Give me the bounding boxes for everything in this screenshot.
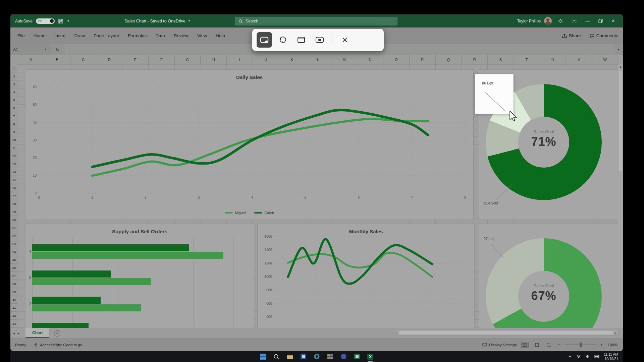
- row-header-28[interactable]: 28: [10, 280, 18, 288]
- ribbon-tab-data[interactable]: Data: [151, 27, 169, 44]
- ribbon-tab-draw[interactable]: Draw: [70, 27, 90, 44]
- column-header-G[interactable]: G: [175, 55, 201, 64]
- row-header-4[interactable]: 4: [10, 88, 18, 96]
- row-header-16[interactable]: 16: [10, 184, 18, 192]
- column-header-W[interactable]: W: [592, 55, 618, 64]
- ribbon-tab-home[interactable]: Home: [29, 27, 50, 44]
- tray-chevron-icon[interactable]: [568, 355, 572, 358]
- taskbar-icon-edge[interactable]: [312, 352, 321, 361]
- battery-icon[interactable]: [594, 355, 599, 358]
- column-header-I[interactable]: I: [227, 55, 253, 64]
- row-header-6[interactable]: 6: [10, 104, 18, 112]
- chart-donut-sales-goal-bottom[interactable]: Sales Goal 67% 97 Left: [479, 224, 621, 328]
- ribbon-tab-review[interactable]: Review: [169, 27, 193, 44]
- row-header-19[interactable]: 19: [10, 208, 18, 216]
- column-header-F[interactable]: F: [149, 55, 175, 64]
- column-header-S[interactable]: S: [488, 55, 514, 64]
- column-header-O[interactable]: O: [383, 55, 410, 64]
- autosave-toggle[interactable]: On: [36, 18, 55, 24]
- ribbon-tab-insert[interactable]: Insert: [50, 27, 70, 44]
- row-header-23[interactable]: 23: [10, 240, 18, 248]
- column-header-P[interactable]: P: [410, 55, 436, 64]
- zoom-slider[interactable]: [565, 345, 596, 345]
- fullscreen-snip-button[interactable]: [312, 32, 327, 48]
- column-header-C[interactable]: C: [70, 55, 97, 64]
- row-header-33[interactable]: 33: [10, 320, 18, 328]
- row-header-31[interactable]: 31: [10, 304, 18, 312]
- row-header-1[interactable]: 1: [10, 64, 18, 72]
- close-button[interactable]: ✕: [607, 14, 620, 27]
- formula-bar-collapse-icon[interactable]: ▼: [614, 48, 623, 51]
- row-header-29[interactable]: 29: [10, 288, 18, 296]
- column-header-J[interactable]: J: [253, 55, 279, 64]
- document-title[interactable]: Sales Chart - Saved to OneDrive ▼: [124, 14, 191, 27]
- gem-icon[interactable]: [554, 14, 567, 27]
- row-header-32[interactable]: 32: [10, 312, 18, 320]
- row-header-7[interactable]: 7: [10, 112, 18, 120]
- row-header-18[interactable]: 18: [10, 200, 18, 208]
- bar-supply-cat2[interactable]: [32, 297, 101, 304]
- column-header-V[interactable]: V: [566, 55, 592, 64]
- row-header-5[interactable]: 5: [10, 96, 18, 104]
- scroll-right-icon[interactable]: ▸: [614, 331, 618, 335]
- taskbar-icon-search[interactable]: [272, 352, 281, 361]
- column-header-R[interactable]: R: [462, 55, 488, 64]
- wifi-icon[interactable]: [576, 355, 581, 358]
- column-header-E[interactable]: E: [122, 55, 149, 64]
- taskbar-icon-photos[interactable]: [326, 352, 334, 361]
- select-all-corner[interactable]: [10, 55, 18, 64]
- scroll-up-icon[interactable]: ▲: [618, 65, 623, 68]
- column-header-M[interactable]: M: [331, 55, 357, 64]
- row-header-17[interactable]: 17: [10, 192, 18, 200]
- taskbar-icon-start[interactable]: [259, 352, 267, 361]
- zoom-out-button[interactable]: −: [557, 342, 560, 347]
- row-header-20[interactable]: 20: [10, 216, 18, 224]
- add-sheet-button[interactable]: +: [54, 330, 60, 337]
- chart-donut-sales-goal-top[interactable]: Sales Goal 71% 214 Sold 86 Left: [479, 69, 621, 220]
- sheet-nav-right-icon[interactable]: ▸: [18, 331, 22, 336]
- ribbon-tab-formulas[interactable]: Formulas: [123, 27, 151, 44]
- row-header-27[interactable]: 27: [10, 272, 18, 280]
- column-header-H[interactable]: H: [201, 55, 227, 64]
- close-snip-button[interactable]: [337, 32, 353, 48]
- volume-icon[interactable]: [585, 355, 590, 358]
- vertical-scrollbar[interactable]: ▲: [618, 64, 623, 328]
- bar-supply-cat3[interactable]: [32, 270, 111, 278]
- window-snip-button[interactable]: [293, 32, 309, 48]
- ribbon-tab-page-layout[interactable]: Page Layout: [89, 27, 123, 44]
- bar-supply-cat4[interactable]: [32, 244, 189, 251]
- column-header-U[interactable]: U: [540, 55, 566, 64]
- column-header-N[interactable]: N: [357, 55, 383, 64]
- save-icon[interactable]: [58, 18, 63, 24]
- column-header-K[interactable]: K: [279, 55, 305, 64]
- chart-monthly-sales[interactable]: Monthly Sales 1600140012001000800600400: [257, 224, 475, 328]
- zoom-slider-thumb[interactable]: [580, 343, 582, 347]
- zoom-in-button[interactable]: +: [600, 342, 603, 347]
- rectangle-snip-button[interactable]: [257, 32, 272, 48]
- row-header-11[interactable]: 11: [10, 144, 18, 152]
- row-header-10[interactable]: 10: [10, 136, 18, 144]
- row-headers[interactable]: 1234567891011121314151617181920212223242…: [10, 64, 18, 328]
- row-header-13[interactable]: 13: [10, 160, 18, 168]
- column-header-Q[interactable]: Q: [436, 55, 462, 64]
- ribbon-tab-view[interactable]: View: [193, 27, 211, 44]
- horizontal-scrollbar[interactable]: ◂ ▸: [394, 330, 618, 336]
- bar-sell-cat2[interactable]: [32, 304, 141, 311]
- bar-sell-cat3[interactable]: [32, 278, 151, 285]
- chart-daily-sales[interactable]: Daily Sales 6050403020100012345678 Migue…: [25, 69, 474, 220]
- freeform-snip-button[interactable]: [275, 32, 290, 48]
- search-box[interactable]: Search: [235, 17, 397, 25]
- restore-button[interactable]: [594, 14, 607, 27]
- row-header-26[interactable]: 26: [10, 264, 18, 272]
- minimize-button[interactable]: —: [581, 14, 594, 27]
- column-header-B[interactable]: B: [44, 55, 70, 64]
- row-header-21[interactable]: 21: [10, 224, 18, 232]
- taskbar-icon-word[interactable]: [299, 352, 308, 361]
- hscroll-thumb[interactable]: [399, 331, 613, 335]
- row-header-2[interactable]: 2: [10, 72, 18, 80]
- ribbon-display-options-icon[interactable]: [567, 14, 581, 27]
- row-header-3[interactable]: 3: [10, 80, 18, 88]
- accessibility-status[interactable]: Accessibility: Good to go: [34, 343, 82, 347]
- taskbar-icon-file-explorer[interactable]: [285, 352, 294, 361]
- customize-qat-icon[interactable]: ▼: [67, 19, 70, 23]
